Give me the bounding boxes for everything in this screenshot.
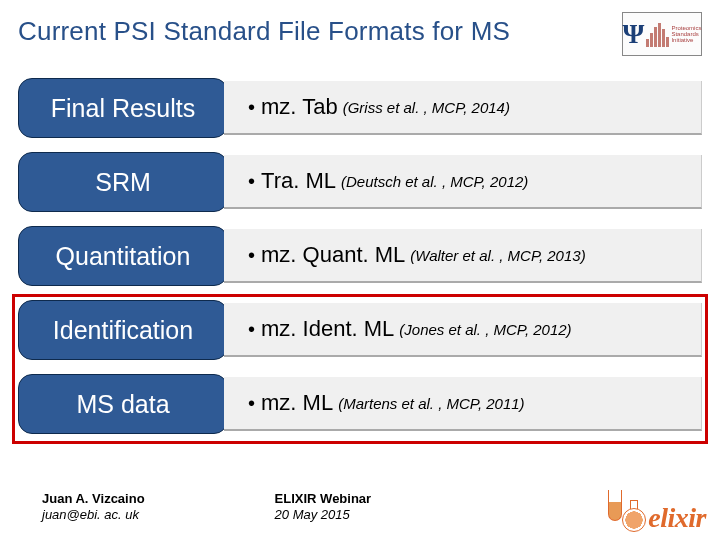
event-date: 20 May 2015 (275, 507, 372, 523)
row-quantitation: Quantitation • mz. Quant. ML (Walter et … (18, 226, 702, 286)
bullet-icon: • (248, 392, 255, 415)
format-name: mz. ML (261, 390, 333, 416)
category-pill: Identification (18, 300, 228, 360)
category-pill: Final Results (18, 78, 228, 138)
format-name: mz. Ident. ML (261, 316, 394, 342)
bullet-icon: • (248, 318, 255, 341)
format-cite: (Walter et al. , MCP, 2013) (410, 247, 585, 264)
event-block: ELIXIR Webinar 20 May 2015 (275, 491, 372, 524)
category-pill: Quantitation (18, 226, 228, 286)
psi-logo: Ψ Proteomics Standards Initiative (622, 12, 702, 56)
format-desc: • mz. Ident. ML (Jones et al. , MCP, 201… (224, 303, 702, 357)
row-identification: Identification • mz. Ident. ML (Jones et… (18, 300, 702, 360)
psi-bars-icon (646, 21, 669, 47)
elixir-logo: elixir (604, 490, 706, 534)
bullet-icon: • (248, 96, 255, 119)
row-final-results: Final Results • mz. Tab (Griss et al. , … (18, 78, 702, 138)
format-cite: (Deutsch et al. , MCP, 2012) (341, 173, 528, 190)
author-name: Juan A. Vizcaino (42, 491, 145, 507)
slide-footer: Juan A. Vizcaino juan@ebi. ac. uk ELIXIR… (0, 480, 720, 540)
author-email: juan@ebi. ac. uk (42, 507, 145, 523)
row-srm: SRM • Tra. ML (Deutsch et al. , MCP, 201… (18, 152, 702, 212)
format-desc: • mz. ML (Martens et al. , MCP, 2011) (224, 377, 702, 431)
bullet-icon: • (248, 170, 255, 193)
format-cite: (Martens et al. , MCP, 2011) (338, 395, 524, 412)
format-cite: (Griss et al. , MCP, 2014) (343, 99, 510, 116)
psi-glyph-icon: Ψ (623, 18, 645, 50)
format-name: mz. Tab (261, 94, 338, 120)
format-name: mz. Quant. ML (261, 242, 405, 268)
format-name: Tra. ML (261, 168, 336, 194)
row-ms-data: MS data • mz. ML (Martens et al. , MCP, … (18, 374, 702, 434)
category-pill: SRM (18, 152, 228, 212)
format-desc: • mz. Tab (Griss et al. , MCP, 2014) (224, 81, 702, 135)
author-block: Juan A. Vizcaino juan@ebi. ac. uk (42, 491, 145, 524)
elixir-word: elixir (648, 504, 706, 534)
format-desc: • Tra. ML (Deutsch et al. , MCP, 2012) (224, 155, 702, 209)
slide-title: Current PSI Standard File Formats for MS (18, 16, 510, 47)
psi-logo-label: Proteomics Standards Initiative (671, 25, 701, 44)
format-rows: Final Results • mz. Tab (Griss et al. , … (18, 78, 702, 434)
bullet-icon: • (248, 244, 255, 267)
event-name: ELIXIR Webinar (275, 491, 372, 507)
flask-icon (620, 500, 646, 534)
category-pill: MS data (18, 374, 228, 434)
format-cite: (Jones et al. , MCP, 2012) (399, 321, 571, 338)
format-desc: • mz. Quant. ML (Walter et al. , MCP, 20… (224, 229, 702, 283)
